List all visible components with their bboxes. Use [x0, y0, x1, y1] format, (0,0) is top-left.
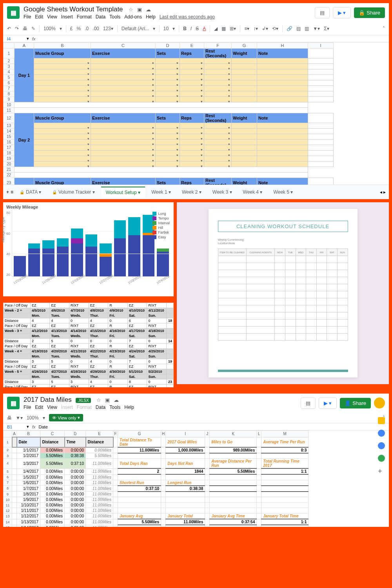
share-button[interactable]: 👤 Share — [340, 398, 371, 408]
menu-bar: FileEditViewInsertFormatDataToolsAdd-ons… — [24, 14, 315, 20]
undo-icon[interactable]: ↶ — [7, 26, 11, 31]
bar-column[interactable]: 11/29/2009 — [42, 240, 54, 276]
tab-week-4[interactable]: Week 4 ▾ — [238, 187, 267, 197]
move-icon[interactable]: ▣ — [105, 397, 110, 403]
star-icon[interactable]: ☆ — [129, 7, 133, 13]
star-icon[interactable]: ☆ — [96, 397, 101, 403]
chart-icon[interactable]: ▥ — [305, 26, 309, 31]
merge-icon[interactable]: ⊞▾ — [230, 26, 236, 31]
bar-column[interactable]: 1/10/2010 — [128, 217, 140, 276]
menu-file[interactable]: File — [24, 405, 31, 410]
font-size[interactable]: 10 — [163, 26, 169, 31]
zoom-select[interactable]: 100% — [44, 26, 56, 31]
menu-file[interactable]: File — [24, 14, 31, 20]
bar-column[interactable]: 12/13/2009 — [71, 229, 83, 276]
cloud-icon[interactable]: ☁ — [114, 397, 119, 403]
bar-column[interactable] — [28, 243, 40, 276]
redo-icon[interactable]: ↷ — [15, 26, 19, 31]
cleaning-table: ITEM TO BE CLEANEDCLEANING AGENTSMONTUEW… — [218, 249, 348, 341]
bar-column[interactable] — [85, 234, 98, 276]
tab-week-1[interactable]: Week 1 ▾ — [147, 187, 176, 197]
menu-insert[interactable]: Insert — [61, 405, 73, 410]
chart-title: Weekly Mileage — [6, 205, 171, 209]
comments-button[interactable]: ▤ — [301, 397, 316, 409]
comments-button[interactable]: ▤ — [315, 7, 330, 18]
spreadsheet-grid[interactable]: ABCDEFGHIJKLM1DateDistanceTimeDistanceTo… — [3, 430, 309, 527]
view-only-button[interactable]: 👁 View only ▾ — [49, 414, 83, 421]
tab-week-3[interactable]: Week 3 ▾ — [208, 187, 237, 197]
formula-bar[interactable]: Date — [39, 425, 48, 429]
bar-column[interactable]: 1/24/2010 — [157, 249, 169, 276]
collapse-icon[interactable]: ˄ — [383, 26, 385, 31]
tab-data[interactable]: 🔒DATA ▾ — [15, 187, 46, 197]
add-icon[interactable]: + — [378, 467, 385, 474]
chart-legend: LongTempoIntervalHillFartlekEasy — [152, 212, 170, 240]
link-icon[interactable]: 🔗 — [287, 26, 292, 31]
print-icon[interactable]: 🖶 — [7, 415, 12, 421]
xlsx-badge: .XLSX — [76, 398, 91, 403]
side-panel: + — [376, 417, 387, 474]
bar-column[interactable] — [57, 238, 69, 276]
bar-column[interactable]: 11/15/2009 — [14, 256, 26, 277]
menu-data[interactable]: Data — [96, 14, 105, 20]
present-button[interactable]: ▶ ▾ — [319, 397, 337, 409]
doc-title[interactable]: Google Sheets Workout Template — [24, 5, 123, 13]
menu-format[interactable]: Format — [77, 14, 92, 20]
doc-title[interactable]: 2017 Data Miles — [24, 396, 72, 403]
add-sheet-icon[interactable]: + — [6, 189, 9, 195]
menu-add-ons[interactable]: Add-ons — [124, 14, 142, 20]
menu-insert[interactable]: Insert — [61, 14, 73, 20]
tab-volume-tracker[interactable]: 🔒Volume Tracker ▾ — [47, 187, 100, 197]
y-axis: Mileage by Type 80604020 — [6, 209, 12, 288]
menu-edit[interactable]: Edit — [35, 14, 43, 20]
cleaning-schedule-doc: CLEANING WORKOUT SCHEDULE Weekly Commenc… — [209, 209, 358, 377]
paint-icon[interactable]: ✎ — [31, 26, 35, 31]
fx-icon: fx — [32, 36, 36, 41]
calendar-icon[interactable] — [378, 417, 385, 424]
tab-workout-setup[interactable]: Workout Setup ▾ — [101, 187, 145, 198]
avatar[interactable] — [374, 397, 385, 408]
maps-icon[interactable] — [378, 455, 385, 462]
menu-view[interactable]: View — [47, 405, 57, 410]
filter-icon[interactable]: ▼▾ — [313, 26, 320, 31]
edit-status[interactable]: Last edit was seconds ago — [160, 14, 215, 20]
tab-week-2[interactable]: Week 2 ▾ — [177, 187, 206, 197]
zoom-select[interactable]: 100% — [27, 415, 39, 421]
spreadsheet-grid[interactable]: ABCDEFGHI1Day 1Muscle GroupExerciseSetsR… — [3, 42, 334, 199]
menu-edit[interactable]: Edit — [35, 405, 43, 410]
filter-icon[interactable]: ▼▾ — [16, 415, 23, 421]
present-button[interactable]: ▶ ▾ — [333, 7, 351, 18]
menu-format[interactable]: Format — [77, 405, 92, 410]
borders-icon[interactable]: ▦ — [221, 26, 226, 31]
share-button[interactable]: 🔒 Share — [354, 7, 385, 18]
chart-bars[interactable]: 11/15/200911/29/200912/13/200912/27/2009… — [12, 209, 171, 277]
menu-data[interactable]: Data — [96, 405, 105, 410]
doc-heading: CLEANING WORKOUT SCHEDULE — [218, 221, 348, 232]
fill-icon[interactable]: ◢ — [214, 26, 218, 31]
toolbar: ↶ ↷ 🖶 ✎ 100%▾ £% .0.00 123▾ Default (Ari… — [3, 22, 389, 35]
font-select[interactable]: Default (Ari... — [122, 26, 149, 31]
move-icon[interactable]: ▣ — [137, 7, 142, 13]
comment-icon[interactable]: ▤ — [296, 26, 301, 31]
tasks-icon[interactable] — [378, 442, 385, 449]
menu-tools[interactable]: Tools — [109, 14, 120, 20]
training-schedule: Pace / Off DayEZEZR/XTEZREZR/XTWeek - 2 … — [3, 303, 174, 387]
sheets-logo-icon[interactable]: ▦ — [7, 6, 20, 19]
bar-column[interactable] — [114, 220, 126, 276]
menu-bar: FileEditViewInsertFormatDataToolsHelp — [24, 405, 301, 410]
all-sheets-icon[interactable]: ≡ — [11, 189, 13, 195]
cell-reference[interactable]: I4 — [7, 36, 27, 41]
bar-column[interactable]: 12/27/2009 — [100, 243, 112, 276]
sheets-logo-icon[interactable]: ▦ — [7, 397, 20, 409]
keep-icon[interactable] — [378, 430, 385, 437]
cloud-icon[interactable]: ☁ — [146, 7, 151, 13]
functions-icon[interactable]: Σ▾ — [324, 26, 329, 31]
menu-help[interactable]: Help — [124, 405, 134, 410]
cell-reference[interactable]: B1 — [7, 425, 27, 429]
menu-tools[interactable]: Tools — [109, 405, 120, 410]
menu-help[interactable]: Help — [146, 14, 156, 20]
sheet-tabs: +≡🔒DATA ▾🔒Volume Tracker ▾Workout Setup … — [3, 185, 389, 199]
menu-view[interactable]: View — [47, 14, 57, 20]
print-icon[interactable]: 🖶 — [23, 26, 27, 31]
tab-week-5[interactable]: Week 5 ▾ — [269, 187, 298, 197]
